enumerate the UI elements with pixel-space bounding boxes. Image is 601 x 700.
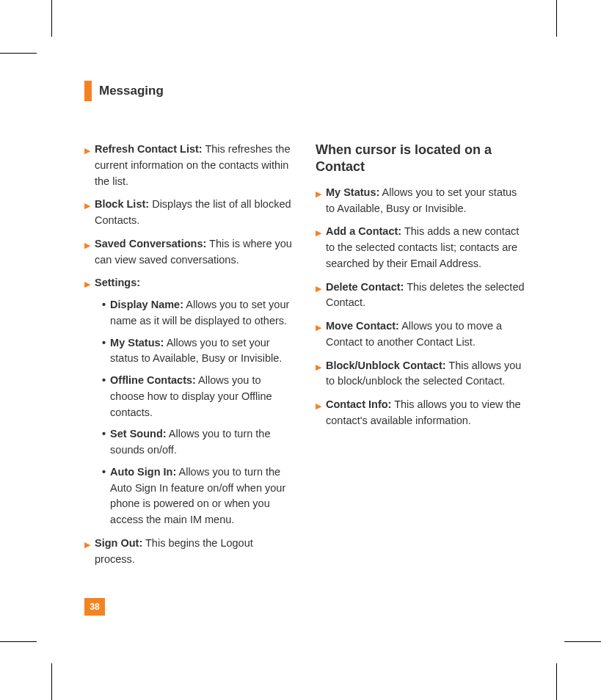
left-column: ▶ Refresh Contact List: This refreshes t… <box>84 142 294 575</box>
bullet-icon: • <box>102 464 106 528</box>
list-item: ▶ Block/Unblock Contact: This allows you… <box>316 358 525 390</box>
sub-item-label: Display Name: <box>110 299 183 310</box>
sub-item-label: Offline Contacts: <box>110 374 196 386</box>
triangle-icon: ▶ <box>84 200 90 229</box>
bullet-icon: • <box>102 297 106 329</box>
item-text: Saved Conversations: This is where you c… <box>95 236 294 269</box>
crop-mark <box>0 0 59 59</box>
triangle-icon: ▶ <box>84 145 90 189</box>
sub-item-text: Offline Contacts: Allows you to choose h… <box>110 373 294 420</box>
item-text: Add a Contact: This adds a new contact t… <box>326 224 525 271</box>
page-header: Messaging <box>84 81 525 101</box>
sub-item-text: Set Sound: Allows you to turn the sounds… <box>110 426 294 459</box>
list-item: ▶ Block List: Displays the list of all b… <box>84 197 294 229</box>
item-text: Refresh Contact List: This refreshes the… <box>95 142 294 189</box>
page-number: 38 <box>84 598 105 616</box>
right-column: When cursor is located on a Contact ▶ My… <box>316 142 525 575</box>
triangle-icon: ▶ <box>84 539 90 568</box>
page-title: Messaging <box>99 84 164 98</box>
sub-item-text: My Status: Allows you to set your status… <box>110 335 294 368</box>
item-text: Block List: Displays the list of all blo… <box>95 197 294 229</box>
sub-item-label: Set Sound: <box>110 428 167 440</box>
item-text: Block/Unblock Contact: This allows you t… <box>326 358 525 390</box>
sub-item: • Auto Sign In: Allows you to turn the A… <box>102 464 294 528</box>
item-label: Refresh Contact List: <box>95 143 203 155</box>
item-label: Sign Out: <box>95 537 142 549</box>
item-text: My Status: Allows you to set your status… <box>326 185 525 217</box>
sub-item: • Display Name: Allows you to set your n… <box>102 297 294 329</box>
item-label: Block/Unblock Contact: <box>326 360 446 371</box>
sub-item-text: Auto Sign In: Allows you to turn the Aut… <box>110 464 294 528</box>
item-text: Delete Contact: This deletes the selecte… <box>326 280 525 312</box>
triangle-icon: ▶ <box>84 239 90 269</box>
item-text: Settings: • Display Name: Allows you to … <box>95 275 294 528</box>
triangle-icon: ▶ <box>316 227 321 271</box>
sub-item: • Set Sound: Allows you to turn the soun… <box>102 426 294 459</box>
triangle-icon: ▶ <box>316 400 321 429</box>
item-label: Contact Info: <box>326 398 391 410</box>
item-label: Block List: <box>95 198 149 210</box>
sub-item: • My Status: Allows you to set your stat… <box>102 335 294 368</box>
header-accent-bar <box>84 81 92 101</box>
list-item: ▶ Refresh Contact List: This refreshes t… <box>84 142 294 189</box>
triangle-icon: ▶ <box>316 321 321 351</box>
sub-item-label: Auto Sign In: <box>110 466 176 478</box>
page-content: Messaging ▶ Refresh Contact List: This r… <box>84 81 525 575</box>
list-item: ▶ Settings: • Display Name: Allows you t… <box>84 275 294 528</box>
item-text: Sign Out: This begins the Logout process… <box>95 536 294 568</box>
item-label: Saved Conversations: <box>95 238 206 249</box>
item-label: Settings: <box>95 277 140 288</box>
sub-item-label: My Status: <box>110 337 164 349</box>
list-item: ▶ Saved Conversations: This is where you… <box>84 236 294 269</box>
list-item: ▶ My Status: Allows you to set your stat… <box>316 185 525 217</box>
list-item: ▶ Add a Contact: This adds a new contact… <box>316 224 525 271</box>
triangle-icon: ▶ <box>316 361 321 390</box>
sub-item-text: Display Name: Allows you to set your nam… <box>110 297 294 329</box>
sub-item: • Offline Contacts: Allows you to choose… <box>102 373 294 420</box>
item-label: Add a Contact: <box>326 225 401 237</box>
triangle-icon: ▶ <box>84 278 90 528</box>
bullet-icon: • <box>102 426 106 459</box>
content-columns: ▶ Refresh Contact List: This refreshes t… <box>84 142 525 575</box>
item-label: Move Contact: <box>326 320 399 332</box>
bullet-icon: • <box>102 335 106 368</box>
item-text: Contact Info: This allows you to view th… <box>326 397 525 429</box>
item-text: Move Contact: Allows you to move a Conta… <box>326 318 525 351</box>
bullet-icon: • <box>102 373 106 420</box>
list-item: ▶ Delete Contact: This deletes the selec… <box>316 280 525 312</box>
list-item: ▶ Move Contact: Allows you to move a Con… <box>316 318 525 351</box>
triangle-icon: ▶ <box>316 282 321 312</box>
item-label: Delete Contact: <box>326 281 404 293</box>
item-label: My Status: <box>326 186 379 198</box>
list-item: ▶ Sign Out: This begins the Logout proce… <box>84 536 294 568</box>
section-heading: When cursor is located on a Contact <box>316 142 525 176</box>
list-item: ▶ Contact Info: This allows you to view … <box>316 397 525 429</box>
triangle-icon: ▶ <box>316 188 321 217</box>
